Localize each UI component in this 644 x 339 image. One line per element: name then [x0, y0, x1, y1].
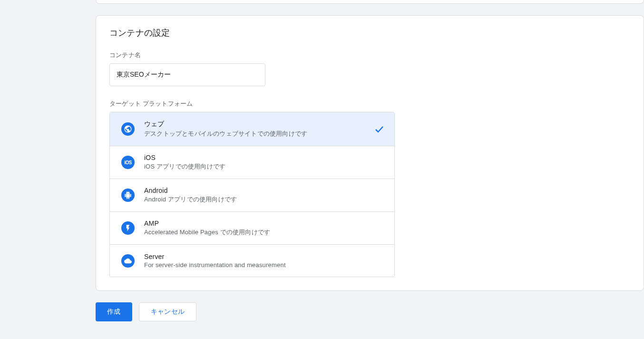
target-platform-label: ターゲット プラットフォーム	[109, 100, 630, 108]
platform-desc: Accelerated Mobile Pages での使用向けです	[144, 228, 385, 237]
platform-desc: iOS アプリでの使用向けです	[144, 162, 385, 171]
platform-option-amp[interactable]: AMP Accelerated Mobile Pages での使用向けです	[110, 212, 394, 245]
platform-list: ウェブ デスクトップとモバイルのウェブサイトでの使用向けです iOS iOS i…	[109, 112, 395, 277]
amp-icon	[121, 221, 135, 235]
platform-text: AMP Accelerated Mobile Pages での使用向けです	[144, 219, 385, 237]
ios-icon: iOS	[121, 156, 135, 169]
container-settings-card: コンテナの設定 コンテナ名 ターゲット プラットフォーム ウェブ デスクトップと…	[96, 15, 644, 291]
container-name-input[interactable]	[109, 63, 265, 86]
platform-text: Server For server-side instrumentation a…	[144, 253, 385, 269]
platform-text: iOS iOS アプリでの使用向けです	[144, 154, 385, 171]
platform-text: ウェブ デスクトップとモバイルのウェブサイトでの使用向けです	[144, 120, 373, 138]
previous-card-edge	[96, 0, 644, 4]
platform-title: iOS	[144, 154, 385, 161]
platform-text: Android Android アプリでの使用向けです	[144, 187, 385, 204]
cancel-button[interactable]: キャンセル	[139, 302, 197, 321]
platform-desc: For server-side instrumentation and meas…	[144, 261, 385, 269]
server-icon	[121, 254, 135, 268]
platform-option-web[interactable]: ウェブ デスクトップとモバイルのウェブサイトでの使用向けです	[110, 112, 394, 146]
button-row: 作成 キャンセル	[96, 302, 644, 321]
check-icon	[373, 123, 385, 135]
platform-option-android[interactable]: Android Android アプリでの使用向けです	[110, 179, 394, 212]
platform-title: Android	[144, 187, 385, 194]
web-icon	[121, 122, 135, 136]
platform-option-server[interactable]: Server For server-side instrumentation a…	[110, 245, 394, 277]
container-name-label: コンテナ名	[109, 51, 630, 60]
platform-title: AMP	[144, 219, 385, 227]
platform-desc: デスクトップとモバイルのウェブサイトでの使用向けです	[144, 130, 373, 138]
platform-desc: Android アプリでの使用向けです	[144, 195, 385, 204]
platform-title: Server	[144, 253, 385, 260]
android-icon	[121, 189, 135, 202]
create-button[interactable]: 作成	[96, 302, 132, 321]
card-title: コンテナの設定	[109, 27, 630, 39]
platform-title: ウェブ	[144, 120, 373, 129]
platform-option-ios[interactable]: iOS iOS iOS アプリでの使用向けです	[110, 146, 394, 179]
